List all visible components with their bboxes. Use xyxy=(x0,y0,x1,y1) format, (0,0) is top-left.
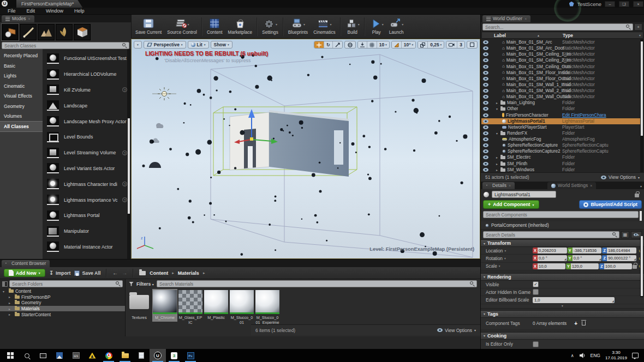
visibility-eye-icon[interactable] xyxy=(483,168,488,172)
save-all-button[interactable]: Save All xyxy=(74,270,100,276)
folder-tree-item-startercontent[interactable]: ▸StarterContent xyxy=(0,311,125,317)
outliner-row[interactable]: ⌂Main_Box_01_SM_Ceiling_2_InsideStaticMe… xyxy=(481,57,640,63)
outliner-row[interactable]: ▸SM_WindwosFolder xyxy=(481,167,640,172)
outliner-row[interactable]: ⌂Main_Box_01_SM_Arc_DoorStaticMeshActor xyxy=(481,45,640,51)
outliner-row[interactable]: AtmosphericFogAtmosphericFog xyxy=(481,136,640,142)
minimize-button[interactable]: – xyxy=(605,1,615,7)
outliner-search-input[interactable] xyxy=(483,24,626,30)
tab-options-icon[interactable]: ▾ xyxy=(640,184,642,188)
section-tags[interactable]: ▾Tags xyxy=(481,310,644,318)
explorer-app-icon[interactable] xyxy=(117,349,133,362)
maximize-viewport-button[interactable] xyxy=(467,41,478,49)
angle-snap-value[interactable]: 10°▾ xyxy=(401,41,415,48)
dropdown-icon[interactable]: ▾ xyxy=(188,22,189,26)
asset-tile-m_glass_epic[interactable]: M_Glass_EPIC xyxy=(178,289,203,327)
placeable-item[interactable]: Manipulator xyxy=(43,224,131,239)
help-icon[interactable]: ? xyxy=(122,182,127,186)
visibility-eye-icon[interactable] xyxy=(483,52,488,56)
language-indicator[interactable]: ENG xyxy=(591,353,600,358)
outliner-row[interactable]: SphereReflectionCapture2SphereReflection… xyxy=(481,148,640,154)
action-center-icon[interactable] xyxy=(632,353,639,358)
dropdown-icon[interactable]: ▾ xyxy=(330,22,331,26)
camera-speed-value[interactable]: 3 xyxy=(457,41,464,48)
placeable-item[interactable]: Level Bounds xyxy=(43,129,131,145)
rotation-label[interactable]: Rotation▾ xyxy=(486,256,533,261)
tab-world-settings[interactable]: World Settings× xyxy=(547,182,596,189)
outliner-row[interactable]: ▾OtherFolder xyxy=(481,106,640,112)
mode-category-recently-placed[interactable]: Recently Placed xyxy=(0,51,43,61)
visibility-eye-icon[interactable] xyxy=(483,155,488,159)
type-filter-icon[interactable]: ▾ xyxy=(639,33,641,37)
outliner-row[interactable]: ⌂Main_Box_01_SM_ArcStaticMeshActor xyxy=(481,39,640,45)
blueprints-button[interactable]: ▾Blueprints xyxy=(285,17,311,35)
outliner-row[interactable]: ⌂Main_Box_01_SM_Ceiling_OutsideStaticMes… xyxy=(481,64,640,70)
visibility-eye-icon[interactable] xyxy=(483,137,488,141)
scale-label[interactable]: Scale▾ xyxy=(486,263,533,269)
angle-snap-button[interactable] xyxy=(392,41,401,48)
visibility-eye-icon[interactable] xyxy=(483,101,488,105)
help-icon[interactable]: ? xyxy=(122,87,127,92)
close-icon[interactable]: × xyxy=(509,182,511,189)
search-classes-input[interactable] xyxy=(2,43,122,49)
viewport[interactable]: z ▾ Perspective▾ Lit▾ Show▾ ↻ 10▾ 10°▾ xyxy=(131,39,480,259)
move-tool-button[interactable] xyxy=(314,41,324,48)
expand-icon[interactable]: ▾ xyxy=(496,107,500,111)
scale-x-field[interactable]: 10,0 xyxy=(538,263,565,269)
outliner-row[interactable]: ▸SM_ElectircFolder xyxy=(481,154,640,160)
outliner-row[interactable]: ▸SM_PlinthFolder xyxy=(481,161,640,167)
aimp-app-icon[interactable] xyxy=(84,349,100,362)
task-view-icon[interactable] xyxy=(35,349,51,362)
expand-icon[interactable]: ▾ xyxy=(3,289,7,293)
asset-tile-m_stucco_001[interactable]: M_Stucco_001 xyxy=(229,289,254,327)
location-x-field[interactable]: 0,206203 xyxy=(538,248,567,254)
mode-category-volumes[interactable]: Volumes xyxy=(0,111,43,122)
edit-blueprint-link[interactable]: Edit FirstPersonChara xyxy=(562,113,637,118)
expand-icon[interactable]: ▸ xyxy=(496,162,500,166)
actor-name-field[interactable] xyxy=(492,191,556,198)
mode-category-geometry[interactable]: Geometry xyxy=(0,101,43,112)
visibility-eye-icon[interactable] xyxy=(483,149,488,153)
search-components-input[interactable] xyxy=(484,212,638,218)
is-editor-only-checkbox[interactable] xyxy=(533,341,539,347)
placeable-item[interactable]: Landscape xyxy=(43,98,131,113)
visibility-eye-icon[interactable] xyxy=(483,107,488,111)
tab-modes[interactable]: Modes× xyxy=(2,15,34,22)
mode-geometry-button[interactable] xyxy=(74,24,91,40)
close-button[interactable]: × xyxy=(633,1,643,7)
content-button[interactable]: Content xyxy=(204,17,225,35)
lock-icon[interactable] xyxy=(635,194,639,197)
unreal-app-icon[interactable]: U xyxy=(150,349,166,362)
outliner-row[interactable]: ⌂Main_Box_01_SM_Ceiling_1_InsideStaticMe… xyxy=(481,51,640,57)
mode-category-all-classes[interactable]: All Classes xyxy=(0,122,43,132)
breadcrumb-content[interactable]: Content xyxy=(150,270,168,276)
folder-tree-item-materials[interactable]: ▸Materials xyxy=(0,306,125,312)
help-icon[interactable]: ? xyxy=(122,150,127,155)
outliner-view-options[interactable]: View Options▾ xyxy=(601,174,640,180)
tab-world-outliner[interactable]: World Outliner× xyxy=(482,15,530,22)
asset-tile-textures[interactable]: Textures xyxy=(127,289,152,322)
level-tab[interactable]: FirstPersonExampleMap* xyxy=(16,0,82,8)
visibility-eye-icon[interactable] xyxy=(483,143,488,147)
details-scrollbar[interactable] xyxy=(640,236,643,297)
help-icon[interactable]: ? xyxy=(122,197,127,202)
location-z-field[interactable]: 186,014984 xyxy=(607,248,636,254)
viewport-options-button[interactable]: ▾ xyxy=(134,41,142,49)
location-y-field[interactable]: -386,718536 xyxy=(573,248,602,254)
delete-tags-icon[interactable] xyxy=(582,321,586,325)
expand-icon[interactable]: ▸ xyxy=(496,168,500,172)
settings-button[interactable]: ▾Settings xyxy=(259,17,281,35)
rotation-x-field[interactable]: 0,0 °◢ xyxy=(538,255,567,261)
visibility-eye-icon[interactable] xyxy=(483,125,488,129)
asset-tile-m_plastic[interactable]: M_Plastic xyxy=(204,289,229,322)
back-button[interactable]: ← xyxy=(112,270,118,276)
scale-tool-button[interactable] xyxy=(332,41,342,48)
spinner-icon[interactable]: ◢ xyxy=(612,300,614,303)
surface-snap-button[interactable] xyxy=(358,41,367,48)
source-control-button[interactable]: ▾Source Control xyxy=(164,17,200,35)
search-assets-input[interactable] xyxy=(157,281,470,287)
visibility-eye-icon[interactable] xyxy=(483,71,488,75)
close-icon[interactable]: × xyxy=(28,15,31,22)
menu-edit[interactable]: Edit xyxy=(21,8,41,14)
placeable-item[interactable]: Hierarchical LODVolume xyxy=(43,67,131,82)
mode-category-visual-effects[interactable]: Visual Effects xyxy=(0,91,43,101)
